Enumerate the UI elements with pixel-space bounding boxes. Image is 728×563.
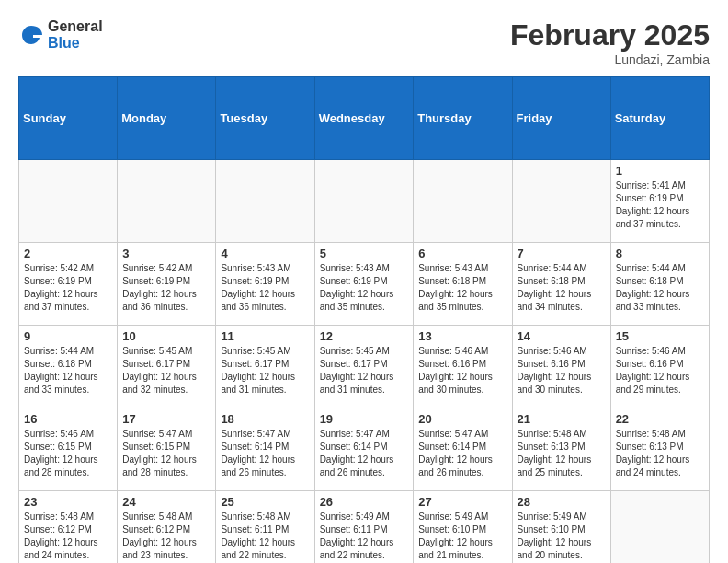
day-number: 1 bbox=[616, 164, 704, 178]
day-number: 7 bbox=[518, 247, 606, 260]
day-number: 18 bbox=[221, 412, 309, 426]
day-number: 3 bbox=[122, 247, 210, 260]
table-row: 5Sunrise: 5:43 AM Sunset: 6:19 PM Daylig… bbox=[314, 243, 414, 326]
day-number: 6 bbox=[418, 247, 506, 260]
day-info: Sunrise: 5:46 AM Sunset: 6:16 PM Dayligh… bbox=[518, 345, 606, 396]
day-number: 9 bbox=[24, 329, 112, 343]
table-row: 1Sunrise: 5:41 AM Sunset: 6:19 PM Daylig… bbox=[610, 160, 709, 243]
calendar-week-row: 23Sunrise: 5:48 AM Sunset: 6:12 PM Dayli… bbox=[19, 491, 710, 564]
table-row: 12Sunrise: 5:45 AM Sunset: 6:17 PM Dayli… bbox=[314, 326, 414, 408]
logo: General Blue bbox=[18, 18, 103, 51]
table-row: 17Sunrise: 5:47 AM Sunset: 6:15 PM Dayli… bbox=[118, 408, 216, 491]
day-number: 28 bbox=[518, 495, 606, 509]
col-wednesday: Wednesday bbox=[314, 77, 414, 160]
calendar: Sunday Monday Tuesday Wednesday Thursday… bbox=[18, 76, 710, 563]
table-row: 18Sunrise: 5:47 AM Sunset: 6:14 PM Dayli… bbox=[216, 408, 314, 491]
day-number: 5 bbox=[320, 247, 409, 260]
table-row: 9Sunrise: 5:44 AM Sunset: 6:18 PM Daylig… bbox=[19, 326, 118, 408]
table-row bbox=[118, 160, 216, 243]
table-row: 3Sunrise: 5:42 AM Sunset: 6:19 PM Daylig… bbox=[118, 243, 216, 326]
calendar-header-row: Sunday Monday Tuesday Wednesday Thursday… bbox=[19, 77, 710, 160]
day-number: 23 bbox=[24, 495, 112, 509]
day-number: 21 bbox=[518, 412, 606, 426]
calendar-week-row: 2Sunrise: 5:42 AM Sunset: 6:19 PM Daylig… bbox=[19, 243, 710, 326]
day-info: Sunrise: 5:41 AM Sunset: 6:19 PM Dayligh… bbox=[616, 179, 704, 231]
day-info: Sunrise: 5:46 AM Sunset: 6:16 PM Dayligh… bbox=[418, 345, 506, 396]
day-info: Sunrise: 5:49 AM Sunset: 6:11 PM Dayligh… bbox=[320, 511, 409, 562]
day-info: Sunrise: 5:47 AM Sunset: 6:14 PM Dayligh… bbox=[320, 428, 409, 479]
table-row: 19Sunrise: 5:47 AM Sunset: 6:14 PM Dayli… bbox=[314, 408, 414, 491]
day-number: 12 bbox=[320, 329, 409, 343]
table-row: 7Sunrise: 5:44 AM Sunset: 6:18 PM Daylig… bbox=[512, 243, 610, 326]
table-row: 11Sunrise: 5:45 AM Sunset: 6:17 PM Dayli… bbox=[216, 326, 314, 408]
table-row: 2Sunrise: 5:42 AM Sunset: 6:19 PM Daylig… bbox=[19, 243, 118, 326]
table-row: 15Sunrise: 5:46 AM Sunset: 6:16 PM Dayli… bbox=[610, 326, 709, 408]
table-row: 10Sunrise: 5:45 AM Sunset: 6:17 PM Dayli… bbox=[118, 326, 216, 408]
day-info: Sunrise: 5:45 AM Sunset: 6:17 PM Dayligh… bbox=[122, 345, 210, 396]
day-number: 25 bbox=[221, 495, 309, 509]
day-number: 17 bbox=[122, 412, 210, 426]
calendar-week-row: 9Sunrise: 5:44 AM Sunset: 6:18 PM Daylig… bbox=[19, 326, 710, 408]
day-info: Sunrise: 5:43 AM Sunset: 6:19 PM Dayligh… bbox=[221, 262, 309, 314]
day-number: 13 bbox=[418, 329, 506, 343]
table-row: 21Sunrise: 5:48 AM Sunset: 6:13 PM Dayli… bbox=[512, 408, 610, 491]
col-friday: Friday bbox=[512, 77, 610, 160]
day-number: 14 bbox=[518, 329, 606, 343]
table-row: 24Sunrise: 5:48 AM Sunset: 6:12 PM Dayli… bbox=[118, 491, 216, 564]
calendar-week-row: 1Sunrise: 5:41 AM Sunset: 6:19 PM Daylig… bbox=[19, 160, 710, 243]
col-sunday: Sunday bbox=[19, 77, 118, 160]
table-row bbox=[314, 160, 414, 243]
day-info: Sunrise: 5:45 AM Sunset: 6:17 PM Dayligh… bbox=[221, 345, 309, 396]
table-row: 13Sunrise: 5:46 AM Sunset: 6:16 PM Dayli… bbox=[414, 326, 512, 408]
day-number: 8 bbox=[616, 247, 704, 260]
day-info: Sunrise: 5:45 AM Sunset: 6:17 PM Dayligh… bbox=[320, 345, 409, 396]
day-info: Sunrise: 5:48 AM Sunset: 6:11 PM Dayligh… bbox=[221, 511, 309, 562]
day-number: 27 bbox=[418, 495, 506, 509]
table-row: 28Sunrise: 5:49 AM Sunset: 6:10 PM Dayli… bbox=[512, 491, 610, 564]
page-header: General Blue February 2025 Lundazi, Zamb… bbox=[18, 18, 710, 67]
day-number: 24 bbox=[122, 495, 210, 509]
day-info: Sunrise: 5:49 AM Sunset: 6:10 PM Dayligh… bbox=[418, 511, 506, 562]
day-number: 4 bbox=[221, 247, 309, 260]
table-row bbox=[512, 160, 610, 243]
day-info: Sunrise: 5:42 AM Sunset: 6:19 PM Dayligh… bbox=[24, 262, 112, 314]
table-row bbox=[216, 160, 314, 243]
table-row: 14Sunrise: 5:46 AM Sunset: 6:16 PM Dayli… bbox=[512, 326, 610, 408]
col-tuesday: Tuesday bbox=[216, 77, 314, 160]
table-row bbox=[414, 160, 512, 243]
day-number: 16 bbox=[24, 412, 112, 426]
day-info: Sunrise: 5:46 AM Sunset: 6:16 PM Dayligh… bbox=[616, 345, 704, 396]
day-number: 15 bbox=[616, 329, 704, 343]
col-monday: Monday bbox=[118, 77, 216, 160]
day-number: 26 bbox=[320, 495, 409, 509]
day-info: Sunrise: 5:44 AM Sunset: 6:18 PM Dayligh… bbox=[518, 262, 606, 314]
day-info: Sunrise: 5:47 AM Sunset: 6:15 PM Dayligh… bbox=[122, 428, 210, 479]
day-info: Sunrise: 5:44 AM Sunset: 6:18 PM Dayligh… bbox=[616, 262, 704, 314]
col-saturday: Saturday bbox=[610, 77, 709, 160]
col-thursday: Thursday bbox=[414, 77, 512, 160]
month-year: February 2025 bbox=[510, 18, 710, 52]
calendar-week-row: 16Sunrise: 5:46 AM Sunset: 6:15 PM Dayli… bbox=[19, 408, 710, 491]
logo-icon bbox=[18, 22, 44, 48]
day-info: Sunrise: 5:48 AM Sunset: 6:13 PM Dayligh… bbox=[518, 428, 606, 479]
day-number: 10 bbox=[122, 329, 210, 343]
title-block: February 2025 Lundazi, Zambia bbox=[510, 18, 710, 67]
table-row: 4Sunrise: 5:43 AM Sunset: 6:19 PM Daylig… bbox=[216, 243, 314, 326]
table-row: 27Sunrise: 5:49 AM Sunset: 6:10 PM Dayli… bbox=[414, 491, 512, 564]
day-number: 22 bbox=[616, 412, 704, 426]
table-row: 16Sunrise: 5:46 AM Sunset: 6:15 PM Dayli… bbox=[19, 408, 118, 491]
day-number: 20 bbox=[418, 412, 506, 426]
table-row: 8Sunrise: 5:44 AM Sunset: 6:18 PM Daylig… bbox=[610, 243, 709, 326]
table-row: 25Sunrise: 5:48 AM Sunset: 6:11 PM Dayli… bbox=[216, 491, 314, 564]
day-info: Sunrise: 5:48 AM Sunset: 6:13 PM Dayligh… bbox=[616, 428, 704, 479]
day-number: 19 bbox=[320, 412, 409, 426]
day-info: Sunrise: 5:43 AM Sunset: 6:18 PM Dayligh… bbox=[418, 262, 506, 314]
day-info: Sunrise: 5:48 AM Sunset: 6:12 PM Dayligh… bbox=[24, 511, 112, 562]
day-number: 2 bbox=[24, 247, 112, 260]
table-row: 20Sunrise: 5:47 AM Sunset: 6:14 PM Dayli… bbox=[414, 408, 512, 491]
day-number: 11 bbox=[221, 329, 309, 343]
day-info: Sunrise: 5:47 AM Sunset: 6:14 PM Dayligh… bbox=[221, 428, 309, 479]
day-info: Sunrise: 5:44 AM Sunset: 6:18 PM Dayligh… bbox=[24, 345, 112, 396]
location: Lundazi, Zambia bbox=[510, 52, 710, 67]
table-row: 26Sunrise: 5:49 AM Sunset: 6:11 PM Dayli… bbox=[314, 491, 414, 564]
